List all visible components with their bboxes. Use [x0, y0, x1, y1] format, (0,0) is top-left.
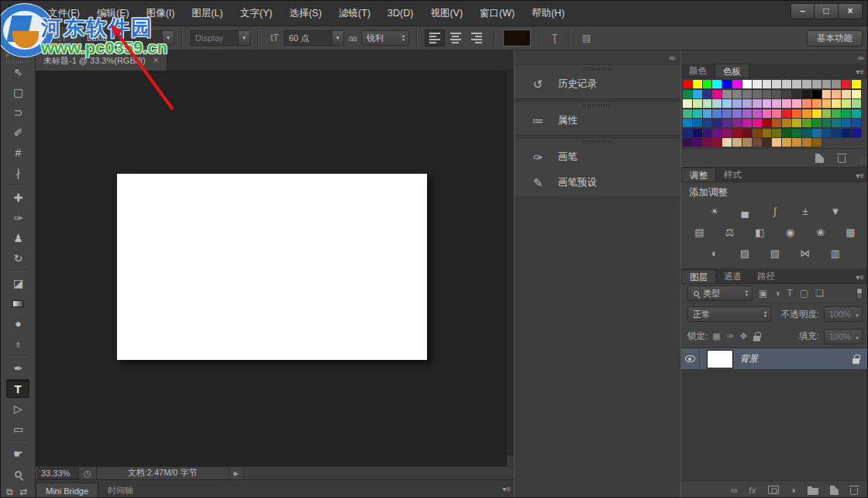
filter-pixel-icon[interactable]: ▣: [759, 288, 767, 299]
color-swatch[interactable]: [753, 119, 762, 127]
color-swatch[interactable]: [792, 90, 801, 99]
color-swatch[interactable]: [703, 129, 712, 137]
color-swatch[interactable]: [742, 129, 752, 137]
color-swatch[interactable]: [742, 138, 752, 147]
color-swatch[interactable]: [782, 80, 791, 88]
color-swatch[interactable]: [842, 129, 851, 137]
color-swatch[interactable]: [742, 90, 752, 99]
color-swatch[interactable]: [703, 80, 712, 88]
maximize-button[interactable]: □: [815, 3, 839, 19]
color-swatch[interactable]: [832, 90, 841, 99]
levels-icon[interactable]: ▄: [735, 206, 754, 217]
pen-tool[interactable]: ✒: [1, 358, 36, 379]
resize-grip[interactable]: [859, 157, 866, 164]
black-white-icon[interactable]: ◧: [751, 227, 770, 238]
zoom-tool[interactable]: [1, 464, 36, 484]
color-swatch[interactable]: [852, 80, 861, 88]
type-tool[interactable]: T: [6, 379, 29, 398]
brightness-contrast-icon[interactable]: ☀: [705, 206, 724, 217]
properties-panel[interactable]: ≔属性: [515, 108, 680, 133]
new-group-icon[interactable]: [808, 488, 818, 495]
color-swatch[interactable]: [772, 109, 781, 118]
channel-mixer-icon[interactable]: ❀: [811, 227, 830, 238]
color-swatch[interactable]: [763, 90, 772, 99]
color-swatch[interactable]: [753, 90, 762, 99]
color-swatch[interactable]: [703, 119, 712, 127]
color-swatch[interactable]: [832, 119, 841, 127]
layer-mask-icon[interactable]: [768, 486, 779, 494]
panel-menu-icon[interactable]: ▾≡: [856, 273, 864, 282]
filter-toggle[interactable]: [856, 288, 863, 299]
menu-item[interactable]: 滤镜(T): [330, 1, 379, 26]
delete-swatch-icon[interactable]: [838, 156, 846, 163]
color-swatch[interactable]: [842, 99, 851, 108]
color-swatch[interactable]: [822, 119, 832, 127]
color-swatch[interactable]: [822, 99, 832, 108]
status-arrow-icon[interactable]: ▶: [234, 470, 239, 477]
workspace-switcher-button[interactable]: 基本功能: [807, 30, 863, 47]
color-swatch[interactable]: [782, 90, 791, 99]
color-swatch[interactable]: [782, 138, 791, 147]
align-left-button[interactable]: [425, 29, 445, 47]
spinner-arrows-icon[interactable]: [763, 310, 770, 318]
brush-presets-panel[interactable]: ✎画笔预设: [515, 170, 680, 195]
layers-tab[interactable]: 路径: [749, 269, 783, 283]
color-swatch[interactable]: [772, 138, 781, 147]
dodge-tool[interactable]: ♁: [1, 334, 36, 354]
posterize-icon[interactable]: ▨: [735, 247, 754, 259]
rectangular-marquee-tool[interactable]: ▢: [1, 82, 36, 102]
menu-item[interactable]: 图层(L): [183, 1, 231, 26]
color-swatch[interactable]: [732, 99, 742, 108]
color-swatch[interactable]: [812, 80, 822, 88]
filter-adjustment-icon[interactable]: ◑: [774, 288, 780, 299]
document-canvas[interactable]: [117, 174, 427, 360]
bottom-tab[interactable]: Mini Bridge: [36, 482, 98, 498]
color-swatch[interactable]: [792, 138, 801, 147]
new-layer-icon[interactable]: [830, 486, 839, 495]
vibrance-icon[interactable]: ▼: [826, 206, 845, 217]
color-swatch[interactable]: [693, 129, 702, 137]
exposure-icon[interactable]: ±: [796, 206, 815, 217]
color-swatch[interactable]: [832, 129, 841, 137]
color-swatch[interactable]: [842, 119, 851, 127]
color-swatch[interactable]: [782, 119, 791, 127]
color-swatch[interactable]: [753, 129, 762, 137]
color-swatch[interactable]: [683, 109, 692, 118]
menu-item[interactable]: 3D(D): [379, 1, 422, 26]
layers-tab[interactable]: 图层: [681, 269, 716, 283]
history-panel[interactable]: ↺历史记录: [515, 71, 680, 97]
color-swatch[interactable]: [683, 119, 692, 127]
curves-icon[interactable]: ∫: [766, 206, 784, 217]
brush-panel[interactable]: ✑画笔: [515, 144, 680, 170]
color-swatch[interactable]: [763, 138, 772, 147]
color-swatch[interactable]: [722, 138, 732, 147]
lock-transparency-icon[interactable]: ▦: [712, 331, 720, 341]
clone-stamp-tool[interactable]: ♟: [1, 228, 36, 248]
grip-handle[interactable]: [583, 67, 612, 71]
spot-healing-brush-tool[interactable]: ✚: [1, 188, 36, 208]
color-swatch[interactable]: [763, 99, 772, 108]
color-swatch[interactable]: [712, 109, 722, 118]
color-swatch[interactable]: [792, 119, 801, 127]
collapse-panels-icon[interactable]: ««: [669, 54, 674, 62]
color-swatch[interactable]: [693, 99, 702, 108]
horizontal-scrollbar[interactable]: [243, 467, 514, 479]
chevron-down-icon[interactable]: [332, 31, 343, 45]
chevron-down-icon[interactable]: [238, 31, 250, 45]
default-colors-icon[interactable]: ⧉: [6, 486, 13, 497]
color-swatch[interactable]: [732, 109, 742, 118]
color-swatch[interactable]: [712, 80, 722, 88]
color-swatch[interactable]: [822, 80, 832, 88]
fill-select[interactable]: 100%: [824, 329, 863, 344]
color-swatch[interactable]: [763, 80, 772, 88]
color-swatch[interactable]: [732, 129, 742, 137]
panel-menu-icon[interactable]: ▾≡: [856, 67, 864, 76]
menu-item[interactable]: 视图(V): [422, 1, 471, 26]
spinner-arrows-icon[interactable]: [401, 34, 408, 42]
color-swatch[interactable]: [822, 90, 832, 99]
color-swatch[interactable]: [732, 80, 742, 88]
color-swatch[interactable]: [693, 80, 702, 88]
color-swatch[interactable]: [693, 119, 702, 127]
gradient-tool[interactable]: [1, 293, 36, 313]
color-swatch[interactable]: [812, 129, 822, 137]
